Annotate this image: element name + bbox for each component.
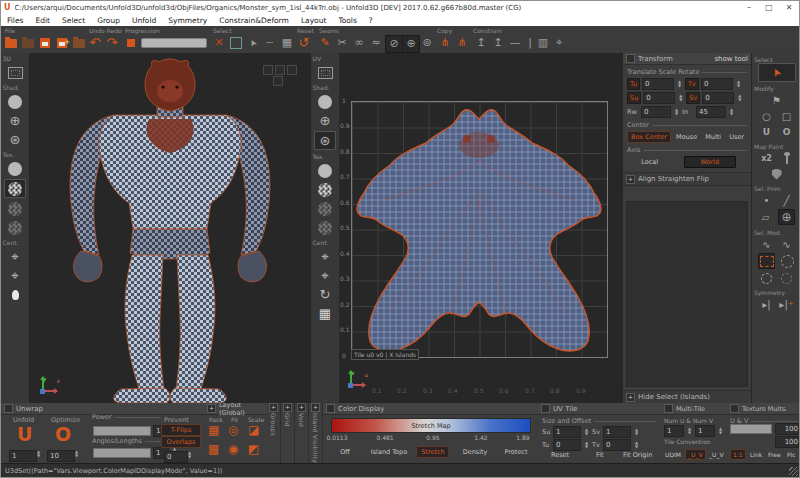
corner-button-2[interactable]: [275, 65, 285, 75]
in-field[interactable]: 45: [696, 106, 726, 118]
checker-texture3-icon[interactable]: [5, 219, 25, 236]
pack-islands2-icon[interactable]: ▩: [208, 442, 219, 456]
save-icon[interactable]: [37, 35, 53, 51]
corner-button-3[interactable]: [287, 65, 297, 75]
rect-select-icon[interactable]: [758, 253, 775, 269]
map-pin-icon[interactable]: [779, 151, 794, 165]
corner-button-4[interactable]: [273, 76, 283, 86]
paste-uv-icon[interactable]: ⋔: [454, 35, 470, 51]
uv-no-texture-icon[interactable]: [315, 162, 335, 179]
u-v-button[interactable]: _U_V: [707, 450, 726, 459]
viewport-3d[interactable]: y x: [29, 53, 312, 403]
seam-mode-slash-icon[interactable]: ⊘: [385, 35, 403, 53]
paint-select-icon[interactable]: [779, 271, 794, 285]
prevent-value-spinner[interactable]: [186, 451, 193, 459]
optimize-iterations-spinner[interactable]: [73, 450, 80, 458]
rw-spinner[interactable]: [673, 108, 680, 116]
viewport-uv[interactable]: 1 0.9 0.8 0.7 0.6 0.5 0.4 0.3 0.2 0.1 0 …: [339, 53, 624, 403]
strip-groups[interactable]: + Groups: [267, 403, 281, 463]
axis-world-button[interactable]: World: [684, 156, 736, 168]
expand-void-icon[interactable]: +: [297, 403, 306, 412]
su-spinner[interactable]: [677, 94, 684, 102]
menu-select[interactable]: Select: [56, 16, 91, 25]
mirror-icon[interactable]: ▸|: [759, 297, 774, 311]
horizontal-constrain-icon[interactable]: —: [507, 35, 523, 51]
relax-circle-icon[interactable]: ○: [759, 109, 774, 123]
shaded-mode-icon[interactable]: [5, 93, 25, 110]
num-u-spinner[interactable]: [686, 427, 693, 435]
remove-constrain-icon[interactable]: ⌖: [551, 35, 567, 51]
unfold-button[interactable]: U: [17, 424, 32, 444]
uv-rotate-icon[interactable]: ↻: [315, 286, 335, 303]
menu-unfold[interactable]: Unfold: [126, 16, 162, 25]
menu-edit[interactable]: Edit: [29, 16, 56, 25]
center-multi-button[interactable]: Multi: [702, 132, 724, 142]
tv-chip[interactable]: Tv: [685, 78, 699, 90]
uv-frame-all-icon[interactable]: [315, 64, 335, 81]
collapse-texture-mults-icon[interactable]: [730, 404, 739, 413]
unfold-iterations-spinner[interactable]: [35, 450, 42, 458]
export-icon[interactable]: [71, 35, 87, 51]
checker-texture2-icon[interactable]: [5, 200, 25, 217]
texture-v-field[interactable]: 100: [775, 436, 800, 448]
tile-fit-button[interactable]: Fit: [593, 450, 607, 460]
collapse-color-display-icon[interactable]: [326, 404, 335, 413]
menu-symmetry[interactable]: Symmetry: [162, 16, 213, 25]
uv-wireframe-mode-icon[interactable]: ⊕: [315, 112, 335, 129]
close-button[interactable]: ✕: [779, 1, 799, 14]
su-chip[interactable]: Su: [627, 92, 641, 104]
uv-center-pivot-icon[interactable]: ⌖: [315, 248, 335, 265]
unfold-iterations-field[interactable]: 1: [9, 450, 37, 462]
textured-mode-icon[interactable]: ⊛: [5, 131, 25, 148]
texture-u-slider[interactable]: [730, 424, 772, 434]
center-selection-icon[interactable]: ⌖: [5, 267, 25, 284]
sv-spinner[interactable]: [736, 94, 743, 102]
num-u-field[interactable]: 1: [664, 425, 684, 437]
soft-select-off-icon[interactable]: ∿: [779, 237, 794, 251]
seam-pencil-icon[interactable]: ✎: [317, 35, 333, 51]
loop-o-icon[interactable]: O: [779, 125, 794, 139]
wireframe-mode-icon[interactable]: ⊕: [5, 112, 25, 129]
tv-spinner[interactable]: [735, 80, 742, 88]
lasso-select-icon[interactable]: [759, 271, 774, 285]
stop-progress-icon[interactable]: [123, 35, 139, 51]
tile-reset-button[interactable]: Reset: [548, 450, 572, 460]
menu-tools[interactable]: Tools: [332, 16, 362, 25]
light-icon[interactable]: [5, 286, 25, 303]
fit-islands-icon[interactable]: ◎: [228, 423, 238, 437]
redo-icon[interactable]: ↷: [104, 35, 120, 51]
expand-align-icon[interactable]: +: [626, 175, 635, 184]
uv-island-mesh[interactable]: [351, 101, 606, 356]
expand-island-visibility-icon[interactable]: +: [311, 403, 320, 412]
collapse-uv-tile-icon[interactable]: [541, 404, 550, 413]
seam-mode-dot-icon[interactable]: ⊚: [419, 35, 435, 51]
collapse-multi-tile-icon[interactable]: [664, 404, 673, 413]
angles-slider[interactable]: [93, 448, 151, 458]
texture-u-field[interactable]: 100: [775, 423, 800, 435]
scale-islands2-icon[interactable]: ◩: [248, 442, 259, 456]
link-button[interactable]: Link: [747, 450, 765, 459]
seam-mode-plus-icon[interactable]: ⊕: [402, 35, 420, 53]
fit-islands2-icon[interactable]: ◉: [228, 442, 238, 456]
tv-field[interactable]: 0: [701, 78, 733, 90]
pick-cursor-icon[interactable]: ➤: [242, 32, 263, 53]
scale-islands-icon[interactable]: ◪: [248, 423, 259, 437]
num-v-spinner[interactable]: [717, 427, 724, 435]
prevent-value-field[interactable]: 0: [164, 451, 188, 463]
uv-checker-texture-icon[interactable]: [315, 181, 335, 198]
open-file-icon[interactable]: [3, 35, 19, 51]
select-point-icon[interactable]: •: [759, 193, 774, 207]
tflips-button[interactable]: T-Flips: [161, 424, 201, 436]
center-user-button[interactable]: User: [726, 132, 747, 142]
tile-tu-spinner[interactable]: [583, 441, 590, 449]
sv-field[interactable]: 0: [702, 92, 734, 104]
expand-layout-icon[interactable]: +: [207, 404, 216, 413]
select-polygon-icon[interactable]: ▱: [758, 210, 773, 224]
magnet-u-icon[interactable]: U: [759, 125, 774, 139]
weld-all-icon[interactable]: ≈: [368, 35, 384, 51]
overlaps-button[interactable]: Overlaps: [161, 436, 201, 448]
color-off-button[interactable]: Off: [340, 448, 350, 456]
tile-sv-field[interactable]: 1: [603, 426, 631, 438]
uv-checker-texture2-icon[interactable]: [315, 200, 335, 217]
power-slider[interactable]: [93, 426, 151, 436]
